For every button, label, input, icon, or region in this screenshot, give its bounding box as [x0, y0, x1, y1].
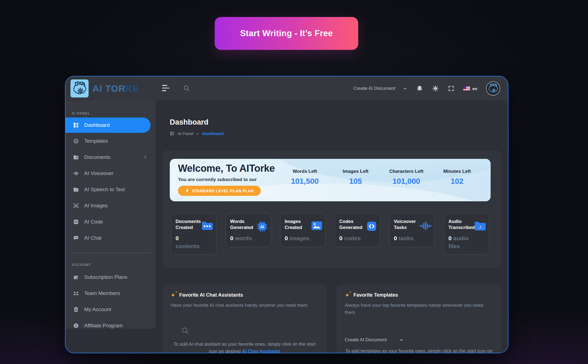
language-selector[interactable]: en [463, 86, 477, 91]
breadcrumb-root[interactable]: AI Panel [178, 131, 193, 136]
favorite-templates-card: ✦✦ Favorite Templates Always have your t… [337, 285, 501, 353]
fullscreen-icon[interactable] [448, 85, 454, 92]
counter-unit: tasks [399, 235, 414, 241]
counter-value: 0 codes [339, 234, 364, 242]
chevron-up-icon [403, 86, 407, 91]
search-icon[interactable] [183, 85, 190, 93]
dashboard-window: AI TORKE Create AI Document [65, 76, 508, 353]
sidebar-item-dashboard[interactable]: Dashboard [66, 117, 151, 133]
sidebar-item-my-account[interactable]: My Account [66, 301, 156, 317]
code-icon [366, 221, 377, 233]
empty-state-hint: To add templates as your favorite ones, … [345, 348, 493, 353]
counter-value: 0 audio files [448, 234, 474, 250]
counter-value: 0 images [285, 234, 310, 242]
chat-icon [73, 235, 79, 241]
sidebar-item-affiliate-program[interactable]: $ Affiliate Program [66, 317, 156, 329]
welcome-banner: Welcome, To AITorke You are currently su… [170, 159, 491, 201]
welcome-title: Welcome, To AITorke [178, 163, 275, 174]
page: Start Writing - It’s Free AI TORKE [0, 0, 588, 364]
counter-title: Audio Transcribed [448, 219, 476, 231]
counter-number: 0 [285, 235, 288, 241]
sidebar-item-label: AI Speech to Text [84, 187, 125, 193]
sidebar-item-ai-images[interactable]: AI Images [66, 197, 156, 214]
counter-unit: contents [176, 243, 200, 249]
medal-icon [185, 189, 189, 193]
sidebar-item-ai-voiceover[interactable]: AI Voiceover [66, 165, 156, 181]
theme-sun-icon[interactable] [432, 85, 439, 92]
start-writing-button[interactable]: Start Writing - It’s Free [215, 17, 358, 50]
create-ai-document-dropdown[interactable]: Create AI Document [353, 86, 407, 91]
counter-audio-transcribed: Audio Transcribed ♪ 0 audio files [444, 213, 489, 255]
sidebar-item-label: AI Code [84, 219, 103, 225]
sidebar-item-label: Templates [84, 138, 108, 144]
counter-number: 0 [176, 235, 179, 241]
counter-value: 0 words [230, 234, 255, 242]
quota-value: 101,000 [381, 177, 432, 186]
sidebar-item-documents[interactable]: Documents [66, 149, 156, 165]
sidebar-item-label: Documents [84, 154, 111, 160]
counter-unit: images [290, 235, 309, 241]
page-title: Dashboard [170, 118, 208, 127]
subscription-icon [73, 274, 79, 280]
sidebar-item-ai-speech-to-text[interactable]: ♪ AI Speech to Text [66, 181, 156, 197]
svg-text:AI: AI [260, 225, 264, 229]
create-ai-document-dropdown[interactable]: Create AI Document [345, 337, 493, 343]
brain-circuit-icon [488, 83, 499, 94]
team-icon [73, 290, 79, 297]
plan-badge-label: STANDARD LEVEL PLAN PLAN [192, 189, 254, 193]
breadcrumb: AI Panel » Dashboard [170, 131, 224, 136]
counter-words-generated: Words Generated AI 0 words [225, 213, 271, 247]
sidebar-item-ai-code[interactable]: AI Code [66, 214, 156, 230]
sidebar-item-label: AI Images [84, 203, 108, 209]
sidebar-item-subscription-plans[interactable]: Subscription Plans [66, 269, 156, 285]
brand-name-primary: AI TOR [92, 83, 126, 94]
svg-text:♪: ♪ [75, 188, 77, 191]
counter-value: 0 tasks [394, 234, 419, 242]
header-actions: Create AI Document en [353, 76, 500, 101]
folder-music-icon: ♪ [73, 186, 79, 193]
language-code: en [472, 86, 477, 91]
favorite-ai-chat-card: ✦✦ Favorite AI Chat Assistants Have your… [162, 285, 327, 353]
code-icon [73, 219, 79, 225]
sidebar-item-label: Subscription Plans [84, 274, 127, 280]
empty-state-hint: To add AI chat assitant as your favorite… [171, 341, 319, 354]
sidebar-item-label: Team Members [84, 290, 120, 296]
sidebar-item-ai-chat[interactable]: AI Chat [66, 230, 156, 246]
grid-icon [170, 131, 174, 136]
svg-text:♪: ♪ [479, 224, 482, 230]
hint-text: To add templates as your favorite ones, … [345, 348, 493, 353]
sidebar-item-templates[interactable]: AI Templates [66, 133, 156, 149]
brand-logo[interactable] [70, 79, 89, 98]
brain-circuit-icon [72, 81, 87, 96]
sidebar-item-label: AI Voiceover [84, 170, 114, 176]
dollar-icon: $ [73, 322, 79, 329]
counter-tiles: Documents Created 0 contents Words Gener… [171, 213, 489, 255]
counter-documents-created: Documents Created 0 contents [171, 213, 216, 255]
breadcrumb-current[interactable]: Dashboard [202, 131, 224, 136]
top-header: AI TORKE Create AI Document [66, 76, 508, 101]
hint-link[interactable]: AI Chat Assitants [242, 349, 280, 353]
notifications-bell-icon[interactable] [416, 85, 423, 92]
counter-number: 0 [339, 235, 343, 241]
svg-text:$: $ [75, 324, 77, 327]
sidebar-item-team-members[interactable]: Team Members [66, 285, 156, 301]
quota-value: 101,500 [279, 177, 330, 186]
sidebar-divider [69, 253, 152, 253]
quota-value: 105 [330, 177, 381, 186]
overview-panel: Welcome, To AITorke You are currently su… [162, 150, 501, 268]
sidebar-item-label: AI Chat [84, 235, 101, 241]
counter-title: Images Created [285, 219, 312, 231]
quota-stat-images: Images Left 105 [330, 169, 381, 186]
chevron-up-icon [399, 338, 404, 342]
welcome-banner-left: Welcome, To AITorke You are currently su… [178, 163, 275, 196]
sidebar-item-label: Dashboard [84, 122, 110, 128]
star-sparkle-icon: ✦✦ [345, 292, 350, 298]
grid-icon [73, 122, 79, 128]
counter-unit: words [235, 235, 252, 241]
counter-title: Voiceover Tasks [394, 219, 421, 231]
folder-music-icon: ♪ [474, 221, 486, 232]
image-icon [311, 221, 323, 232]
user-avatar[interactable] [486, 81, 500, 96]
plan-badge[interactable]: STANDARD LEVEL PLAN PLAN [178, 186, 261, 196]
menu-toggle-icon[interactable] [162, 85, 170, 92]
